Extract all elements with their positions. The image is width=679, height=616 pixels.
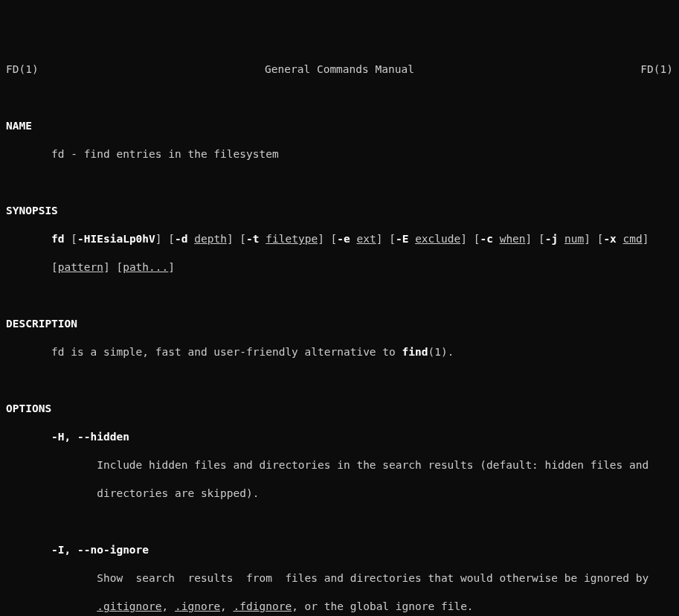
- syn-depth: depth: [194, 233, 227, 245]
- blank-line: [6, 289, 673, 303]
- sep: ,: [162, 600, 175, 612]
- opt-noignore-l2: .gitignore, .ignore, .fdignore, or the g…: [6, 600, 673, 614]
- syn-filetype: filetype: [266, 233, 318, 245]
- file-gitignore: .gitignore: [97, 600, 161, 612]
- syn-cmd-arg: cmd: [623, 233, 643, 245]
- flag-no-ignore: -I, --no-ignore: [51, 544, 149, 556]
- opt-hidden-l2: directories are skipped).: [6, 487, 673, 501]
- opt-hidden-flag: -H, --hidden: [6, 430, 673, 444]
- section-description-heading: DESCRIPTION: [6, 317, 673, 331]
- syn-pattern: pattern: [58, 261, 103, 273]
- description-text: fd is a simple, fast and user-friendly a…: [6, 345, 673, 359]
- synopsis-line-1: fd [-HIEsiaLp0hV] [-d depth] [-t filetyp…: [6, 232, 673, 246]
- syn-j-flag: -j: [545, 233, 558, 245]
- man-header-left: FD(1): [6, 62, 39, 77]
- blank-line: [6, 515, 673, 529]
- sep: ,: [220, 600, 233, 612]
- section-name-heading: NAME: [6, 119, 673, 133]
- syn-when: when: [500, 233, 526, 245]
- name-text: fd - find entries in the filesystem: [6, 147, 673, 161]
- syn-num: num: [564, 233, 584, 245]
- blank-line: [6, 176, 673, 190]
- file-fdignore: .fdignore: [234, 600, 292, 612]
- syn-short-flags: -HIEsiaLp0hV: [77, 233, 155, 245]
- desc-pre: fd is a simple, fast and user-friendly a…: [6, 346, 402, 358]
- syn-x-flag: -x: [603, 233, 616, 245]
- man-header-right: FD(1): [640, 62, 673, 77]
- syn-path: path...: [123, 261, 168, 273]
- desc-find: find: [402, 346, 428, 358]
- syn-E-flag: -E: [396, 233, 408, 245]
- syn-cmd: fd: [51, 233, 64, 245]
- section-options-heading: OPTIONS: [6, 402, 673, 416]
- syn-t-flag: -t: [246, 233, 259, 245]
- blank-line: [6, 373, 673, 388]
- desc-post: (1).: [428, 346, 454, 358]
- opt-hidden-l1: Include hidden files and directories in …: [6, 458, 673, 472]
- file-ignore: .ignore: [175, 600, 220, 612]
- syn-d-flag: -d: [175, 233, 187, 245]
- opt-noignore-flag: -I, --no-ignore: [6, 543, 673, 557]
- man-header-row: FD(1) General Commands Manual FD(1): [6, 62, 673, 77]
- flag-hidden: -H, --hidden: [51, 431, 129, 443]
- opt-noignore-l1: Show search results from files and direc…: [6, 571, 673, 585]
- man-header-center: General Commands Manual: [265, 62, 414, 77]
- syn-exclude: exclude: [415, 233, 460, 245]
- synopsis-line-2: [pattern] [path...]: [6, 260, 673, 275]
- syn-ext: ext: [357, 233, 376, 245]
- syn-e-flag: -e: [337, 233, 350, 245]
- noignore-post: , or the global ignore file.: [292, 600, 473, 612]
- blank-line: [6, 91, 673, 105]
- section-synopsis-heading: SYNOPSIS: [6, 204, 673, 218]
- syn-c-flag: -c: [480, 233, 492, 245]
